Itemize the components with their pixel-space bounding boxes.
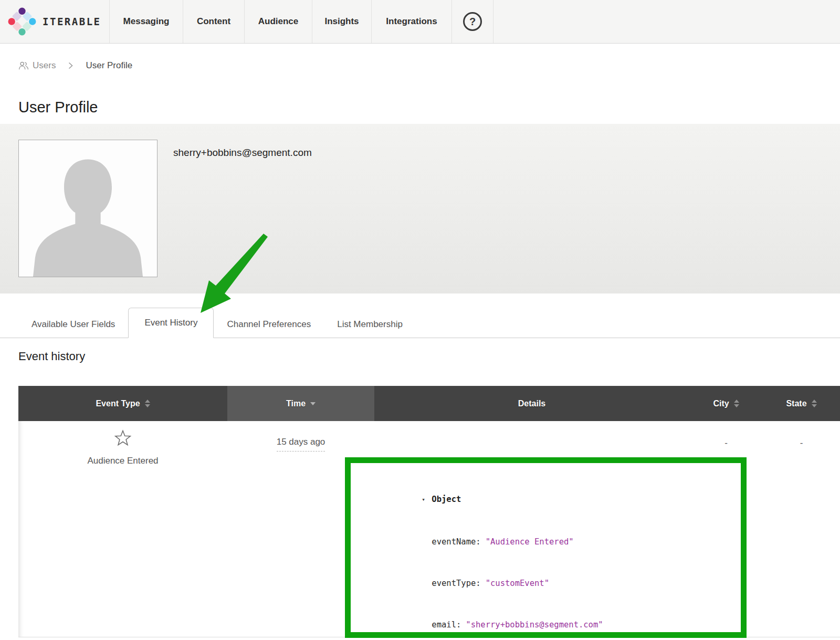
- json-line: eventName:"Audience Entered": [373, 521, 741, 562]
- tab-available-user-fields[interactable]: Available User Fields: [18, 311, 128, 338]
- json-line: ▾Object: [373, 479, 741, 521]
- avatar: [18, 140, 158, 277]
- column-header-time[interactable]: Time: [227, 386, 374, 421]
- nav-item-content[interactable]: Content: [183, 0, 244, 43]
- relative-time[interactable]: 15 days ago: [277, 437, 326, 452]
- event-type-cell: Audience Entered: [18, 421, 227, 637]
- section-heading: Event history: [18, 350, 840, 363]
- column-header-event-type[interactable]: Event Type: [18, 386, 227, 421]
- page-title: User Profile: [18, 98, 840, 116]
- profile-header-band: sherry+bobbins@segment.com: [0, 124, 840, 293]
- chevron-right-icon: [68, 62, 73, 69]
- table-header: Event Type Time Details City State: [18, 386, 840, 421]
- user-profile-page: ITERABLE Messaging Content Audience Insi…: [0, 0, 840, 640]
- iterable-logo-icon: [7, 7, 37, 36]
- collapse-toggle-icon[interactable]: ▾: [422, 493, 428, 507]
- breadcrumb: Users User Profile: [18, 59, 840, 72]
- tab-channel-preferences[interactable]: Channel Preferences: [214, 311, 324, 338]
- state-cell: -: [763, 421, 840, 637]
- user-email: sherry+bobbins@segment.com: [173, 147, 312, 159]
- column-header-city[interactable]: City: [689, 386, 763, 421]
- star-icon: [113, 429, 132, 448]
- nav-item-insights[interactable]: Insights: [312, 0, 371, 43]
- nav-item-audience[interactable]: Audience: [244, 0, 312, 43]
- breadcrumb-users-link[interactable]: Users: [18, 60, 56, 71]
- sort-icon: [812, 400, 817, 407]
- event-type-label: Audience Entered: [18, 456, 227, 466]
- details-json-panel: ▾Object eventName:"Audience Entered" eve…: [345, 457, 747, 638]
- json-tree: ▾Object eventName:"Audience Entered" eve…: [351, 463, 741, 638]
- event-history-table: Event Type Time Details City State: [18, 386, 840, 637]
- nav-item-integrations[interactable]: Integrations: [371, 0, 452, 43]
- breadcrumb-current-label: User Profile: [86, 60, 132, 71]
- tab-list-membership[interactable]: List Membership: [324, 311, 416, 338]
- brand-logo[interactable]: ITERABLE: [0, 0, 109, 43]
- breadcrumb-root-label: Users: [33, 60, 56, 71]
- json-line: email:"sherry+bobbins@segment.com": [373, 604, 741, 638]
- sort-icon: [145, 400, 150, 407]
- nav-item-messaging[interactable]: Messaging: [109, 0, 183, 43]
- users-icon: [18, 61, 29, 70]
- top-nav: ITERABLE Messaging Content Audience Insi…: [0, 0, 840, 44]
- help-button[interactable]: ?: [452, 0, 494, 43]
- column-header-state[interactable]: State: [763, 386, 840, 421]
- json-line: eventType:"customEvent": [373, 562, 741, 604]
- help-icon: ?: [463, 12, 482, 31]
- sort-desc-icon: [310, 402, 316, 405]
- sort-icon: [734, 400, 739, 407]
- tab-event-history[interactable]: Event History: [128, 308, 214, 338]
- person-silhouette-icon: [19, 140, 157, 277]
- brand-name: ITERABLE: [43, 16, 101, 27]
- column-header-details: Details: [374, 386, 689, 421]
- tab-bar: Available User Fields Event History Chan…: [0, 311, 840, 338]
